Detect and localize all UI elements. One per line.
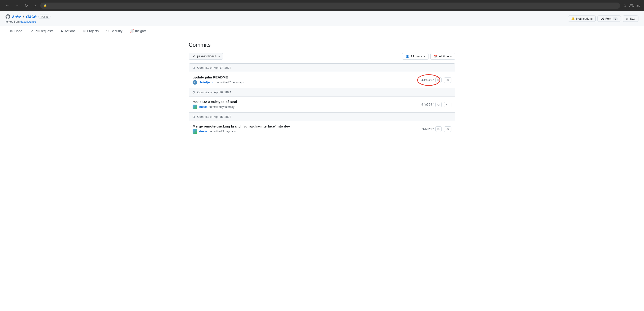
chevron-down-icon-time: ▾: [450, 54, 452, 58]
commit-info-2-0: Merge remote-tracking branch 'julia/juli…: [192, 124, 418, 134]
main-content: Commits ⎇ julia-interface ▾ 👤 All users …: [183, 36, 461, 143]
all-time-filter[interactable]: 📅 All time ▾: [430, 53, 455, 60]
browse-files-button-2-0[interactable]: <>: [444, 126, 452, 132]
commit-hash-1-0: 9fe534f: [421, 103, 434, 106]
copy-icon: ⧉: [438, 78, 440, 82]
commit-row-0-0: update julia README C chrisdjscott commi…: [189, 72, 455, 88]
nav-pr-label: Pull requests: [35, 29, 54, 33]
commit-actions-0-0: 4396492 ⧉ <>: [421, 77, 452, 83]
url-input[interactable]: github.com/a-ev/dace/commits/julia-inter…: [49, 4, 617, 8]
security-icon: 🛡: [106, 29, 109, 33]
copy-icon-1: ⧉: [438, 103, 440, 106]
branch-name: julia-interface: [197, 54, 216, 58]
repo-nav: <> Code ⎇ Pull requests ▶ Actions ⊞ Proj…: [0, 26, 644, 36]
commit-message-2-0[interactable]: Merge remote-tracking branch 'julia/juli…: [192, 124, 418, 128]
fork-label: Fork: [605, 17, 611, 20]
commit-info-0-0: update julia README C chrisdjscott commi…: [192, 75, 418, 85]
author-avatar-2-0: [192, 129, 197, 134]
bell-icon: 🔔: [571, 17, 575, 20]
nav-code[interactable]: <> Code: [6, 26, 26, 36]
nav-projects-label: Projects: [87, 29, 99, 33]
fork-text: forked from: [6, 20, 20, 23]
chevron-down-icon-users: ▾: [424, 54, 425, 58]
header-actions: 🔔 Notifications ⎇ Fork 0 ☆ Star: [568, 16, 638, 22]
author-name-2-0[interactable]: afossa: [198, 130, 208, 133]
commit-hash-0-0: 4396492: [421, 78, 434, 82]
chevron-down-icon: ▾: [218, 54, 220, 58]
forward-button[interactable]: →: [14, 2, 20, 9]
copy-icon-2: ⧉: [438, 128, 440, 131]
commit-message-1-0[interactable]: make DA a subtype of Real: [192, 100, 418, 104]
address-bar[interactable]: 🔒 github.com/a-ev/dace/commits/julia-int…: [40, 2, 620, 9]
fork-source-link[interactable]: dacelib/dace: [20, 20, 36, 23]
author-name-0-0[interactable]: chrisdjscott: [198, 81, 214, 84]
commit-time-2-0: committed 3 days ago: [209, 130, 236, 133]
notifications-label: Notifications: [576, 17, 592, 20]
users-icon: 👤: [406, 54, 409, 58]
code-icon: <>: [9, 29, 13, 33]
visibility-badge: Public: [38, 14, 50, 19]
commit-actions-2-0: 26b0d92 ⧉ <>: [421, 126, 452, 132]
commit-date-header-0: Commits on Apr 17, 2024: [189, 64, 455, 72]
code-browse-icon-2: <>: [446, 128, 449, 131]
svg-point-0: [630, 4, 632, 5]
commit-date-header-1: Commits on Apr 16, 2024: [189, 88, 455, 96]
projects-icon: ⊞: [83, 29, 86, 33]
commit-actions-1-0: 9fe534f ⧉ <>: [421, 102, 452, 107]
commit-author-1-0: afossa committed yesterday: [192, 104, 418, 109]
repo-name-link[interactable]: dace: [26, 14, 36, 19]
nav-security[interactable]: 🛡 Security: [102, 26, 126, 36]
bookmark-icon[interactable]: ☆: [623, 3, 627, 8]
star-label: Star: [630, 17, 636, 20]
commit-author-2-0: afossa committed 3 days ago: [192, 129, 418, 134]
all-users-filter[interactable]: 👤 All users ▾: [402, 53, 429, 60]
all-time-label: All time: [439, 54, 449, 58]
commit-dot-icon: [192, 67, 195, 69]
copy-hash-button-2-0[interactable]: ⧉: [436, 126, 442, 132]
nav-actions-label: Actions: [65, 29, 76, 33]
nav-insights[interactable]: 📈 Insights: [126, 26, 150, 36]
commit-row-2-0: Merge remote-tracking branch 'julia/juli…: [189, 121, 455, 137]
calendar-icon: 📅: [434, 54, 438, 58]
fork-icon: ⎇: [600, 17, 604, 20]
home-button[interactable]: ⌂: [32, 2, 38, 9]
repo-owner-link[interactable]: a-ev: [12, 14, 21, 19]
pr-icon: ⎇: [30, 29, 33, 33]
author-name-1-0[interactable]: afossa: [198, 105, 208, 108]
star-button[interactable]: ☆ Star: [623, 16, 638, 22]
commit-hash-wrapper-1-0: 9fe534f ⧉: [421, 102, 442, 107]
filter-group: 👤 All users ▾ 📅 All time ▾: [402, 53, 455, 60]
nav-pull-requests[interactable]: ⎇ Pull requests: [26, 26, 57, 36]
commit-hash-wrapper-2-0: 26b0d92 ⧉: [421, 126, 442, 132]
fork-count: 0: [613, 17, 618, 20]
commit-time-1-0: committed yesterday: [209, 105, 234, 108]
commit-date-0: Commits on Apr 17, 2024: [197, 66, 231, 70]
insights-icon: 📈: [130, 29, 134, 33]
author-avatar-0-0: C: [192, 80, 197, 85]
copy-hash-button-0-0[interactable]: ⧉: [436, 77, 442, 83]
code-browse-icon-1: <>: [446, 103, 449, 106]
nav-projects[interactable]: ⊞ Projects: [79, 26, 102, 36]
page-title: Commits: [189, 42, 455, 48]
notifications-button[interactable]: 🔔 Notifications: [568, 16, 596, 22]
repo-info: a-ev / dace Public forked from dacelib/d…: [6, 14, 50, 23]
branch-selector[interactable]: ⎇ julia-interface ▾: [189, 53, 223, 60]
commit-hash-2-0: 26b0d92: [421, 127, 434, 131]
commit-row-1-0: make DA a subtype of Real afossa committ…: [189, 96, 455, 113]
reload-button[interactable]: ↻: [23, 2, 30, 9]
browse-files-button-1-0[interactable]: <>: [444, 102, 452, 107]
incognito-icon: Ince: [630, 4, 640, 8]
browse-files-button-0-0[interactable]: <>: [444, 77, 452, 83]
commit-info-1-0: make DA a subtype of Real afossa committ…: [192, 100, 418, 109]
copy-hash-button-1-0[interactable]: ⧉: [436, 102, 442, 107]
fork-button[interactable]: ⎇ Fork 0: [598, 16, 621, 22]
back-button[interactable]: ←: [4, 2, 11, 9]
incognito-label: Ince: [634, 4, 640, 8]
star-icon: ☆: [626, 17, 628, 20]
code-browse-icon: <>: [446, 78, 449, 82]
repo-slash: /: [23, 14, 24, 19]
nav-actions[interactable]: ▶ Actions: [57, 26, 79, 36]
browser-chrome: ← → ↻ ⌂ 🔒 github.com/a-ev/dace/commits/j…: [0, 0, 644, 11]
commit-message-0-0[interactable]: update julia README: [192, 75, 418, 79]
commit-dot-icon-2: [192, 116, 195, 118]
